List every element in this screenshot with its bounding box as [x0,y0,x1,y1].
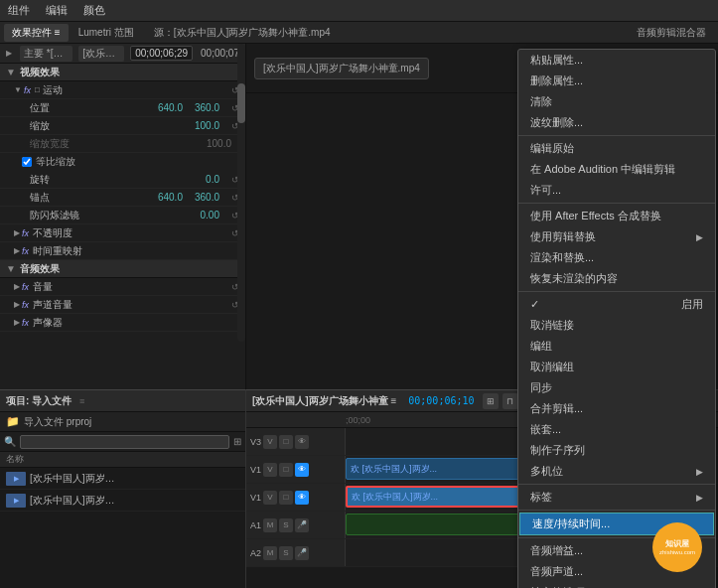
filter-icon[interactable]: ⊞ [233,436,241,447]
a2-btn-mic[interactable]: 🎤 [295,546,309,560]
ctx-paste-attr[interactable]: 粘贴属性... [518,50,715,71]
v1bot-btn-v[interactable]: V [263,491,277,505]
video-effects-header: ▼ 视频效果 [0,64,245,81]
ctx-remove-attr[interactable]: 删除属性... [518,71,715,91]
clip-timecode: 00;00;06;29 [130,46,193,61]
ctx-sep2 [518,203,715,204]
ctx-after-effects[interactable]: 使用 After Effects 合成替换 [518,206,715,226]
project-panel: 项目: 导入文件 ≡ 📁 导入文件 prproj 🔍 ⊞ 名称 ▶ [欢乐中国人… [0,389,246,588]
ctx-unlink[interactable]: 取消链接 [518,315,715,336]
v1bot-btn-eye[interactable]: 👁 [295,491,309,505]
panel-source-label: 源：[欢乐中国人]两岁广场舞小神童.mp4 [144,26,627,40]
panel-audio-mixer[interactable]: 音频剪辑混合器 [629,26,714,40]
a1-btn-mic[interactable]: 🎤 [295,518,309,532]
ctx-edit-audition[interactable]: 在 Adobe Audition 中编辑剪辑 [518,159,715,180]
channel-volume-item[interactable]: ▶ fx 声道音量 ↺ [0,296,245,314]
ctx-use-scissors[interactable]: 使用剪辑替换▶ [518,226,715,247]
effects-scrollbar[interactable] [237,44,245,342]
ctx-frame-options[interactable]: 帧定格选项... [518,582,715,588]
uniform-scale-item[interactable]: 等比缩放 [0,153,245,171]
ctx-sep3 [518,291,715,292]
panner-item[interactable]: ▶ fx 声像器 [0,314,245,332]
a2-btn-m[interactable]: M [263,546,277,560]
search-icon: 🔍 [4,436,16,447]
v3-btn-t[interactable]: □ [279,435,293,449]
col-name: 名称 [6,453,239,466]
ctx-clear[interactable]: 清除 [518,91,715,112]
tl-tool-link[interactable]: ⊓ [503,393,518,409]
menu-item-yanse[interactable]: 颜色 [83,3,105,18]
ctx-group[interactable]: 编组 [518,336,715,357]
ctx-label[interactable]: 标签▶ [518,487,715,508]
clip-name-dropdown[interactable]: 主要 *[欢乐中国人|两岁… [20,46,72,62]
ctx-license[interactable]: 许可... [518,180,715,201]
v1top-btn-eye[interactable]: 👁 [295,463,309,477]
track-v1-bot-label: V1 V □ 👁 [246,484,346,511]
time-remap-item[interactable]: ▶ fx 时间重映射 [0,242,245,260]
a1-btn-s[interactable]: S [279,518,293,532]
project-menu-icon[interactable]: ≡ [79,396,84,406]
a2-controls: M S 🎤 [263,546,309,560]
ctx-edit-start[interactable]: 编辑原始 [518,138,715,159]
uniform-scale-checkbox[interactable] [22,157,32,167]
audio-effects-header: ▼ 音频效果 [0,260,245,278]
clip-name-dropdown2[interactable]: [欢乐中国人]两岁广... [78,46,124,62]
timeline-title: [欢乐中国人]两岁广场舞小神童 ≡ [252,394,396,408]
ctx-multi-cam[interactable]: 多机位▶ [518,461,715,482]
scale-width-item[interactable]: ▶ 缩放宽度 100.0 [0,135,245,153]
search-row: 🔍 ⊞ [0,432,245,452]
clip-header: ▶ 主要 *[欢乐中国人|两岁… [欢乐中国人]两岁广... 00;00;06;… [0,44,245,64]
flicker-item[interactable]: ▶ 防闪烁滤镜 0.00 ↺ [0,207,245,224]
ctx-nest[interactable]: 嵌套... [518,419,715,440]
ctx-make-sub[interactable]: 制作子序列 [518,440,715,461]
ctx-merge[interactable]: 合并剪辑... [518,398,715,419]
timeline-timecode: 00;00;06;10 [408,395,474,406]
anchor-item[interactable]: ▶ 锚点 640.0 360.0 ↺ [0,189,245,207]
opacity-item[interactable]: ▶ fx 不透明度 ↺ [0,224,245,242]
motion-item[interactable]: ▼ fx □ 运动 ↺ [0,81,245,99]
a1-controls: M S 🎤 [263,518,309,532]
project-panel-header: 项目: 导入文件 ≡ [0,390,245,412]
ctx-stain[interactable]: 渲染和替换... [518,247,715,268]
track-v3-label: V3 V □ 👁 [246,428,346,455]
volume-item[interactable]: ▶ fx 音量 ↺ [0,278,245,296]
v3-btn-v[interactable]: V [263,435,277,449]
project-item-0[interactable]: ▶ [欢乐中国人]两岁… [0,468,245,490]
scale-item[interactable]: ▶ 缩放 100.0 ↺ [0,117,245,135]
ctx-sep4 [518,484,715,485]
a1-btn-m[interactable]: M [263,518,277,532]
v1top-controls: V □ 👁 [263,463,309,477]
effects-scrollbar-thumb[interactable] [237,83,245,123]
v1bot-btn-t[interactable]: □ [279,491,293,505]
track-a1-label: A1 M S 🎤 [246,512,346,538]
menu-item-bianji[interactable]: 编辑 [46,3,68,18]
tl-tool-snap[interactable]: ⊞ [483,393,499,409]
clip-viewer-name: [欢乐中国人]两岁广场舞小神童.mp4 [254,58,429,79]
context-menu: 粘贴属性... 删除属性... 清除 波纹删除... 编辑原始 在 Adobe … [517,49,716,588]
watermark-text1: 知识屋 [665,539,689,549]
project-file-row: 📁 导入文件 prproj [0,412,245,432]
ctx-ungroup[interactable]: 取消编组 [518,357,715,377]
rotation-item[interactable]: ▶ 旋转 0.0 ↺ [0,171,245,189]
ctx-enable[interactable]: ✓启用 [518,294,715,315]
project-cols: 名称 [0,452,245,468]
ctx-restore-stain[interactable]: 恢复未渲染的内容 [518,268,715,289]
tab-effects[interactable]: 效果控件 ≡ [4,24,69,42]
v1top-btn-t[interactable]: □ [279,463,293,477]
menu-item-zuhe[interactable]: 组件 [8,3,30,18]
watermark: 知识屋 zhishiwu.com [652,522,702,572]
v3-btn-eye[interactable]: 👁 [295,435,309,449]
v1top-btn-v[interactable]: V [263,463,277,477]
tab-lumetri[interactable]: Lumetri 范围 [71,24,142,42]
v1bot-controls: V □ 👁 [263,491,309,505]
ctx-sep1 [518,135,715,136]
position-item[interactable]: ▶ 位置 640.0 360.0 ↺ [0,99,245,117]
project-item-1[interactable]: ▶ [欢乐中国人]两岁… [0,490,245,512]
v3-controls: V □ 👁 [263,435,309,449]
a2-btn-s[interactable]: S [279,546,293,560]
ctx-sep5 [518,510,715,511]
ctx-sync[interactable]: 同步 [518,377,715,398]
project-search-input[interactable] [20,435,229,449]
proj-item-name-1: [欢乐中国人]两岁… [30,494,115,508]
ctx-wave-match[interactable]: 波纹删除... [518,112,715,133]
